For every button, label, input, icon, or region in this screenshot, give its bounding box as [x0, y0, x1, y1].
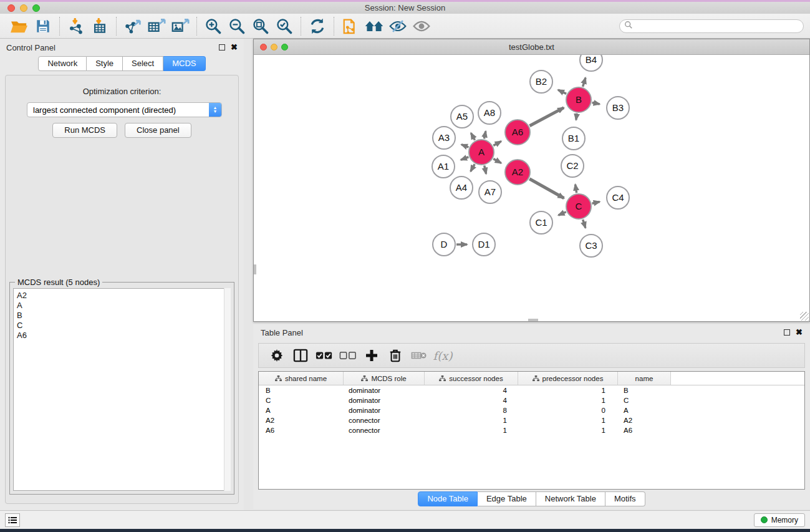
canvas-hscroll-stub[interactable]	[528, 319, 538, 321]
save-session-icon[interactable]	[31, 16, 55, 36]
table-cell[interactable]: C	[259, 397, 344, 404]
add-icon[interactable]	[361, 346, 382, 365]
graph-node-B2[interactable]: B2	[530, 70, 552, 93]
graph-edge-B-B2[interactable]	[558, 90, 566, 94]
tab-network-table[interactable]: Network Table	[536, 491, 605, 506]
table-cell[interactable]: 1	[518, 427, 618, 434]
function-builder-icon[interactable]: f(x)	[432, 346, 453, 365]
close-panel-button[interactable]: Close panel	[125, 123, 191, 138]
graph-node-A7[interactable]: A7	[479, 181, 501, 203]
table-row[interactable]: Bdominator41B	[259, 385, 804, 395]
graph-edge-C-C4[interactable]	[592, 202, 599, 204]
graph-edge-A2-C[interactable]	[529, 179, 564, 198]
table-cell[interactable]: dominator	[344, 407, 425, 414]
table-cell[interactable]: A6	[259, 427, 344, 434]
tab-style[interactable]: Style	[87, 56, 123, 71]
table-row[interactable]: Cdominator41C	[259, 395, 804, 405]
graph-edge-C-C1[interactable]	[559, 212, 566, 215]
select-all-icon[interactable]	[314, 346, 335, 365]
graph-edge-A-A3[interactable]	[461, 145, 468, 147]
zoom-in-icon[interactable]	[201, 16, 225, 36]
mcds-result-item[interactable]: C	[17, 321, 230, 331]
graph-edge-A-A8[interactable]	[484, 131, 485, 138]
tab-select[interactable]: Select	[123, 56, 163, 71]
column-header-successor-nodes[interactable]: successor nodes	[425, 372, 518, 385]
graph-node-B[interactable]: B	[566, 87, 591, 112]
graph-edge-A-A7[interactable]	[485, 165, 486, 173]
run-mcds-button[interactable]: Run MCDS	[52, 123, 117, 138]
export-table-icon[interactable]	[145, 16, 168, 36]
graph-node-A1[interactable]: A1	[432, 155, 455, 178]
table-cell[interactable]: connector	[344, 417, 425, 424]
graph-edge-B-B4[interactable]	[583, 78, 586, 87]
column-header-MCDS-role[interactable]: MCDS role	[344, 372, 425, 385]
graph-edge-A-A6[interactable]	[493, 141, 501, 145]
graph-node-C[interactable]: C	[566, 194, 591, 219]
node-table[interactable]: shared nameMCDS rolesuccessor nodesprede…	[258, 371, 805, 490]
mcds-result-item[interactable]: A2	[17, 291, 230, 301]
open-file-icon[interactable]	[7, 16, 31, 36]
resize-grip-icon[interactable]	[800, 312, 809, 321]
graph-edge-C-C3[interactable]	[583, 220, 586, 228]
mcds-result-list[interactable]: A2ABCA6	[13, 288, 231, 491]
table-cell[interactable]: 4	[425, 397, 518, 404]
gear-icon[interactable]	[266, 346, 287, 365]
task-history-button[interactable]	[5, 513, 20, 527]
mcds-result-item[interactable]: B	[17, 311, 230, 321]
zoom-out-icon[interactable]	[225, 16, 249, 36]
graph-edge-A-A1[interactable]	[461, 157, 468, 160]
network-canvas[interactable]: AA1A2A3A4A5A6A7A8BB1B2B3B4CC1C2C3C4DD1	[254, 55, 809, 321]
tab-motifs[interactable]: Motifs	[605, 491, 645, 506]
graph-node-B3[interactable]: B3	[607, 97, 629, 119]
mcds-result-item[interactable]: A	[17, 301, 230, 311]
table-cell[interactable]: dominator	[344, 397, 425, 404]
float-panel-icon[interactable]	[219, 44, 225, 51]
table-row[interactable]: Adominator80A	[259, 405, 804, 415]
table-cell[interactable]: 8	[425, 407, 518, 414]
close-panel-icon[interactable]: ✖	[231, 44, 238, 51]
tab-node-table[interactable]: Node Table	[418, 491, 478, 506]
table-row[interactable]: A2connector11A2	[259, 415, 804, 425]
delete-icon[interactable]	[385, 346, 406, 365]
graph-node-C2[interactable]: C2	[561, 155, 584, 177]
mcds-result-item[interactable]: A6	[17, 331, 230, 341]
graph-node-D[interactable]: D	[433, 233, 455, 256]
float-panel-icon[interactable]	[784, 329, 790, 336]
table-cell[interactable]: 4	[425, 387, 518, 394]
graph-node-A3[interactable]: A3	[433, 127, 455, 149]
graph-node-B1[interactable]: B1	[562, 127, 585, 150]
table-cell[interactable]: 1	[518, 387, 618, 394]
import-network-icon[interactable]	[64, 16, 88, 36]
columns-icon[interactable]	[290, 346, 311, 365]
tab-mcds[interactable]: MCDS	[163, 56, 205, 71]
graph-node-A2[interactable]: A2	[505, 160, 530, 185]
first-neighbors-icon[interactable]	[362, 16, 386, 36]
table-cell[interactable]: A6	[618, 427, 671, 434]
zoom-selected-icon[interactable]	[272, 16, 296, 36]
import-table-icon[interactable]	[88, 16, 112, 36]
canvas-vscroll-stub[interactable]	[254, 264, 256, 274]
table-cell[interactable]: 1	[425, 417, 518, 424]
column-header-shared-name[interactable]: shared name	[259, 372, 344, 385]
graph-node-A6[interactable]: A6	[505, 120, 530, 145]
table-cell[interactable]: A2	[618, 417, 671, 424]
new-network-icon[interactable]	[339, 16, 362, 36]
search-input[interactable]	[619, 19, 804, 33]
search-text-field[interactable]	[633, 21, 803, 32]
table-cell[interactable]: 1	[518, 417, 618, 424]
graph-node-D1[interactable]: D1	[473, 233, 495, 256]
graph-node-C4[interactable]: C4	[607, 186, 629, 209]
graph-node-B4[interactable]: B4	[580, 55, 602, 71]
table-cell[interactable]: A2	[259, 417, 344, 424]
table-cell[interactable]: 0	[518, 407, 618, 414]
table-cell[interactable]: A	[259, 407, 344, 414]
table-cell[interactable]: A	[618, 407, 671, 414]
graph-edge-A-A5[interactable]	[471, 133, 475, 140]
table-cell[interactable]: dominator	[344, 387, 425, 394]
table-cell[interactable]: C	[618, 397, 671, 404]
graph-edge-A6-B[interactable]	[529, 108, 564, 126]
graph-node-C3[interactable]: C3	[580, 235, 602, 257]
hide-selected-icon[interactable]	[386, 16, 410, 36]
table-row[interactable]: A6connector11A6	[259, 425, 804, 435]
tab-edge-table[interactable]: Edge Table	[478, 491, 536, 506]
